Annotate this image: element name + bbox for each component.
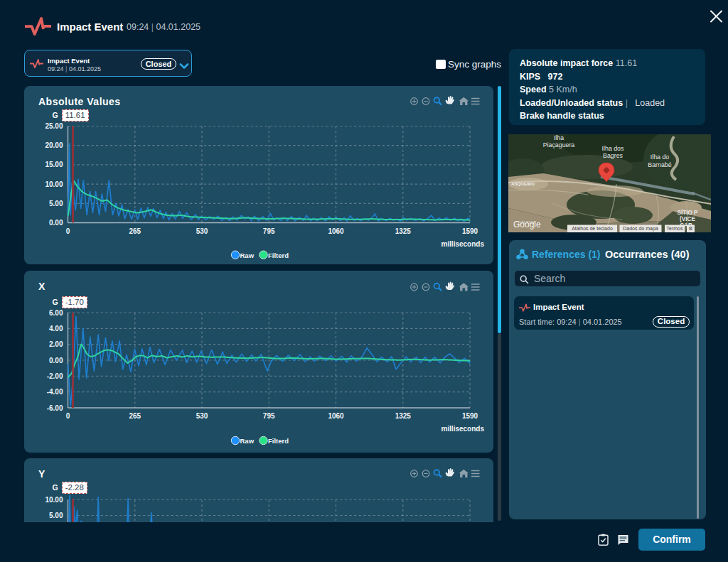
- svg-text:Ilha dos: Ilha dos: [602, 145, 624, 152]
- svg-text:Atalhos de teclado: Atalhos de teclado: [572, 226, 613, 231]
- svg-text:530: 530: [196, 227, 208, 235]
- svg-text:6.00: 6.00: [49, 309, 63, 317]
- svg-text:1060: 1060: [328, 227, 344, 235]
- svg-text:0.00: 0.00: [49, 219, 63, 227]
- svg-text:1325: 1325: [395, 227, 412, 235]
- svg-text:Ilha: Ilha: [554, 134, 564, 141]
- svg-text:1060: 1060: [328, 412, 344, 420]
- svg-text:Dados do mapa: Dados do mapa: [623, 226, 658, 232]
- svg-text:530: 530: [196, 412, 208, 420]
- svg-text:10.00: 10.00: [45, 180, 63, 188]
- svg-text:25.00: 25.00: [45, 122, 63, 130]
- svg-text:1590: 1590: [462, 227, 478, 235]
- svg-text:Filterd: Filterd: [268, 437, 289, 445]
- svg-text:795: 795: [263, 227, 275, 235]
- svg-text:-6.00: -6.00: [47, 404, 63, 412]
- svg-text:SÍTIO P: SÍTIO P: [677, 209, 698, 216]
- svg-text:0: 0: [66, 412, 70, 420]
- svg-text:4.00: 4.00: [49, 325, 63, 333]
- svg-text:⚙: ⚙: [688, 226, 692, 231]
- svg-text:Raw: Raw: [240, 437, 255, 445]
- svg-text:2.00: 2.00: [49, 340, 63, 348]
- svg-text:(VICE: (VICE: [680, 216, 695, 222]
- svg-text:0: 0: [66, 227, 70, 235]
- svg-text:-4.00: -4.00: [47, 388, 63, 396]
- svg-text:-2.00: -2.00: [47, 372, 63, 380]
- svg-text:Ilha do: Ilha do: [651, 153, 670, 161]
- svg-text:265: 265: [129, 227, 141, 235]
- svg-text:Barnabé: Barnabé: [648, 161, 671, 168]
- svg-text:Termos: Termos: [667, 226, 683, 231]
- svg-text:ASQUEIRO: ASQUEIRO: [511, 181, 535, 186]
- svg-text:15.00: 15.00: [45, 161, 63, 168]
- svg-text:Piaçaguera: Piaçaguera: [543, 141, 575, 148]
- svg-text:1325: 1325: [395, 412, 412, 420]
- svg-text:Raw: Raw: [240, 252, 255, 259]
- svg-text:265: 265: [129, 412, 141, 420]
- svg-text:20.00: 20.00: [45, 141, 63, 149]
- svg-text:5.00: 5.00: [49, 512, 63, 519]
- svg-text:795: 795: [263, 412, 275, 420]
- svg-text:Bagres: Bagres: [603, 152, 623, 159]
- svg-text:1590: 1590: [462, 412, 478, 420]
- svg-text:Filterd: Filterd: [268, 252, 289, 259]
- svg-text:milliseconds: milliseconds: [441, 240, 484, 248]
- svg-text:5.00: 5.00: [49, 200, 63, 207]
- svg-text:milliseconds: milliseconds: [441, 425, 484, 433]
- svg-text:Google: Google: [513, 220, 541, 229]
- svg-text:0.00: 0.00: [49, 357, 63, 364]
- svg-text:10.00: 10.00: [45, 496, 63, 504]
